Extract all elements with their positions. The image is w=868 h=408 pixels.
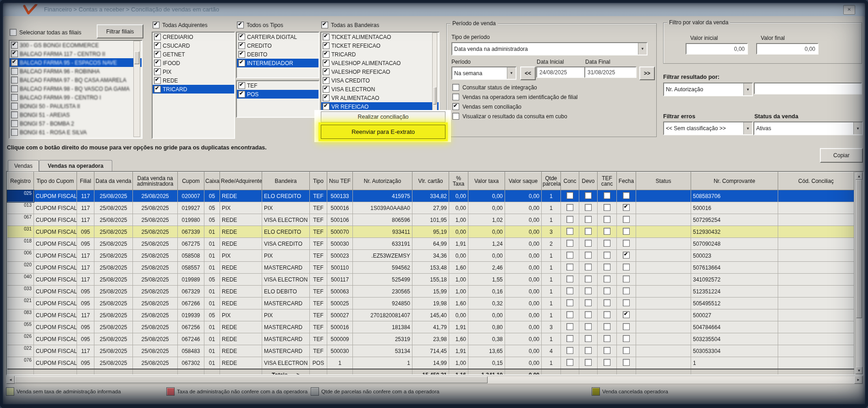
scrollbar-thumb[interactable] bbox=[134, 51, 139, 64]
checkbox-icon[interactable] bbox=[566, 311, 573, 318]
column-header-filial[interactable]: Filial bbox=[77, 172, 94, 190]
list-item[interactable]: DEBITO bbox=[237, 50, 319, 59]
scrollbar-thumb[interactable] bbox=[856, 180, 862, 318]
data-final-field[interactable] bbox=[584, 66, 637, 78]
checkbox-icon[interactable] bbox=[154, 51, 161, 58]
table-row[interactable]: 025CUPOM FISCAL11725/08/202525/08/202502… bbox=[7, 190, 854, 202]
list-item[interactable]: BONGI 51 - AREIAS bbox=[10, 110, 142, 119]
bandeiras-scrollbar[interactable] bbox=[432, 33, 437, 117]
list-item[interactable]: VR REFEICAO bbox=[321, 102, 439, 111]
filtrar-resultado-combobox[interactable]: Nr. Autorização ▼ bbox=[663, 83, 753, 96]
checkbox-icon[interactable] bbox=[566, 204, 573, 211]
filtrar-resultado-input[interactable] bbox=[754, 83, 862, 94]
list-item[interactable]: CREDITO bbox=[237, 41, 319, 50]
column-header-valor_taxa[interactable]: Valor taxa bbox=[468, 172, 505, 190]
checkbox-icon[interactable] bbox=[566, 323, 573, 330]
table-row[interactable]: 033CUPOM FISCAL09525/08/202525/08/202506… bbox=[7, 286, 854, 298]
column-header-vlr[interactable]: Vlr. cartão bbox=[412, 172, 449, 190]
column-header-tipo_cupom[interactable]: Tipo do Cupom bbox=[34, 172, 77, 190]
list-item[interactable]: BALCAO FARMA 99 - CENTRO I bbox=[10, 93, 142, 102]
list-item[interactable]: BONGI 61 - ROSA E SILVA bbox=[10, 128, 142, 137]
list-item[interactable]: TICKET REFEICAO bbox=[321, 41, 439, 50]
checkbox-icon[interactable] bbox=[238, 91, 245, 98]
checkbox-icon[interactable] bbox=[323, 94, 330, 101]
scroll-right-icon[interactable]: ► bbox=[854, 376, 863, 384]
checkbox-icon[interactable] bbox=[11, 120, 18, 127]
checkbox-icon[interactable] bbox=[604, 299, 610, 306]
checkbox-icon[interactable] bbox=[11, 111, 18, 118]
checkbox-icon[interactable] bbox=[604, 359, 610, 366]
checkbox-icon[interactable] bbox=[323, 86, 330, 93]
table-row[interactable]: 026CUPOM FISCAL09525/08/202525/08/202506… bbox=[7, 333, 854, 345]
list-item[interactable]: BALCAO FARMA 98 - BQ VASCO DA GAMA bbox=[10, 84, 142, 93]
column-header-tef_canc[interactable]: TEF canc bbox=[598, 172, 617, 190]
option-checkbox[interactable]: Vendas na operadora sem identificação de… bbox=[452, 92, 653, 102]
table-row[interactable]: 006CUPOM FISCAL11725/08/202525/08/202505… bbox=[7, 250, 854, 262]
list-item[interactable]: 300 - GS BONGI ECOMMERCE bbox=[10, 41, 142, 50]
table-row[interactable]: 083CUPOM FISCAL11725/08/202525/08/202501… bbox=[7, 309, 854, 321]
checkbox-icon[interactable] bbox=[452, 84, 459, 91]
scroll-up-icon[interactable]: ▲ bbox=[856, 172, 863, 180]
checkbox-icon[interactable] bbox=[604, 252, 610, 259]
list-item[interactable]: GETNET bbox=[153, 50, 234, 59]
checkbox-icon[interactable] bbox=[604, 311, 610, 318]
checkbox-icon[interactable] bbox=[11, 59, 18, 66]
checkbox-icon[interactable] bbox=[585, 216, 592, 223]
list-item[interactable]: VALESHOP REFEICAO bbox=[321, 67, 439, 76]
table-row[interactable]: 055CUPOM FISCAL09525/08/202525/08/202506… bbox=[7, 321, 854, 333]
checkbox-icon[interactable] bbox=[566, 252, 573, 259]
column-header-status[interactable]: Status bbox=[636, 172, 691, 190]
list-item[interactable]: CREDIARIO bbox=[153, 33, 234, 41]
checkbox-icon[interactable] bbox=[154, 68, 161, 75]
list-item[interactable]: TRICARD bbox=[321, 50, 439, 59]
filtrar-filiais-button[interactable]: Filtrar filiais bbox=[97, 24, 143, 39]
column-header-comprovante[interactable]: Nr. Comprovante bbox=[691, 172, 778, 190]
todas-adquirentes-checkbox[interactable]: Todas Adquirentes bbox=[153, 22, 208, 28]
checkbox-icon[interactable] bbox=[11, 129, 18, 136]
column-header-data_adm[interactable]: Data venda na administradora bbox=[133, 172, 178, 190]
checkbox-icon[interactable] bbox=[11, 68, 18, 75]
table-row[interactable]: 018CUPOM FISCAL09525/08/202525/08/202506… bbox=[7, 238, 854, 250]
list-item[interactable]: VR ALIMENTACAO bbox=[321, 94, 439, 102]
checkbox-icon[interactable] bbox=[566, 359, 573, 366]
checkbox-icon[interactable] bbox=[154, 77, 161, 84]
checkbox-icon[interactable] bbox=[566, 276, 573, 282]
checkbox-icon[interactable] bbox=[452, 94, 459, 100]
list-item[interactable]: TICKET ALIMENTACAO bbox=[321, 33, 439, 41]
column-header-tipo[interactable]: Tipo bbox=[310, 172, 327, 190]
checkbox-icon[interactable] bbox=[154, 42, 161, 49]
scroll-down-icon[interactable]: ▼ bbox=[856, 367, 863, 374]
checkbox-icon[interactable] bbox=[585, 323, 592, 330]
checkbox-icon[interactable] bbox=[238, 51, 245, 58]
checkbox-icon[interactable] bbox=[623, 347, 630, 354]
list-item[interactable]: REDE bbox=[153, 76, 234, 85]
chevron-down-icon[interactable]: ▼ bbox=[507, 67, 516, 79]
checkbox-icon[interactable] bbox=[604, 287, 610, 294]
table-row[interactable]: 021CUPOM FISCAL09525/08/202525/08/202506… bbox=[7, 298, 854, 309]
checkbox-icon[interactable] bbox=[154, 86, 161, 93]
list-item[interactable]: VISA ELECTRON bbox=[321, 85, 439, 94]
checkbox-icon[interactable] bbox=[585, 252, 592, 259]
copiar-button[interactable]: Copiar bbox=[820, 148, 863, 163]
column-header-qtde[interactable]: Qtde parcelas bbox=[542, 172, 561, 190]
checkbox-icon[interactable] bbox=[604, 335, 610, 342]
column-header-cupom[interactable]: Cupom bbox=[178, 172, 204, 190]
next-period-button[interactable]: >> bbox=[639, 66, 655, 80]
checkbox-icon[interactable] bbox=[238, 60, 245, 66]
checkbox-icon[interactable] bbox=[585, 276, 592, 282]
checkbox-icon[interactable] bbox=[585, 240, 592, 247]
todas-bandeiras-checkbox[interactable]: Todas as Bandeiras bbox=[321, 22, 379, 28]
column-header-caixa[interactable]: Caixa bbox=[204, 172, 220, 190]
list-item[interactable]: BALCAO FARMA 96 - ROBINHA bbox=[10, 67, 142, 76]
checkbox-icon[interactable] bbox=[11, 94, 18, 101]
column-header-taxa_pct[interactable]: % Taxa bbox=[449, 172, 468, 190]
checkbox-icon[interactable] bbox=[623, 335, 630, 342]
checkbox-icon[interactable] bbox=[604, 323, 610, 330]
checkbox-icon[interactable] bbox=[585, 347, 592, 354]
grid-horizontal-scrollbar[interactable]: ◄ ► bbox=[6, 375, 863, 384]
tab-vendas[interactable]: Vendas bbox=[8, 160, 39, 171]
grid-vertical-scrollbar[interactable]: ▲ ▼ bbox=[855, 172, 863, 375]
checkbox-icon[interactable] bbox=[604, 192, 610, 199]
table-row[interactable]: 022CUPOM FISCAL11725/08/202525/08/202505… bbox=[7, 345, 854, 357]
checkbox-icon[interactable] bbox=[323, 51, 330, 58]
